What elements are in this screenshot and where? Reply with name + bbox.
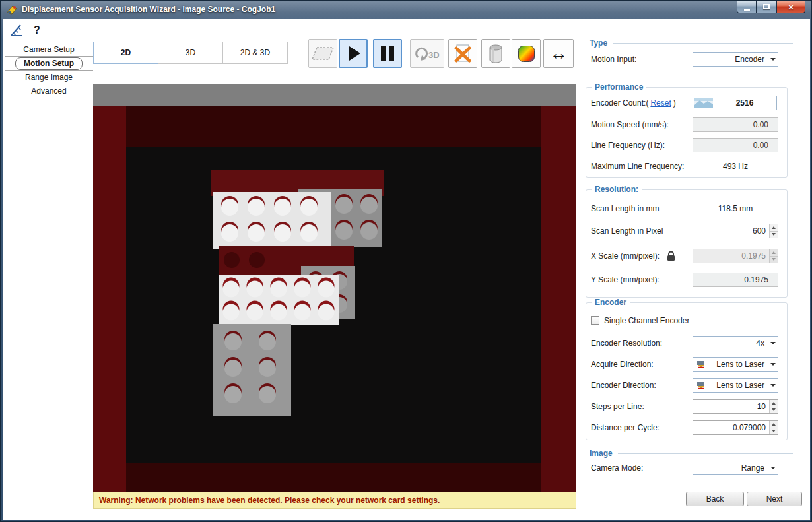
sidebar-item-motion-setup[interactable]: Motion Setup	[5, 57, 93, 71]
scan-length-mm-row: Scan Length in mm 118.5 mm	[576, 201, 810, 216]
encoder-resolution-label: Encoder Resolution:	[591, 336, 662, 350]
cylinder-icon	[487, 44, 505, 64]
header-rule	[613, 43, 793, 44]
fit-width-button[interactable]: ↔	[543, 39, 574, 68]
stepper-buttons[interactable]	[769, 421, 778, 434]
scan-length-pixel-stepper[interactable]: 600	[693, 224, 778, 238]
x-scale-stepper[interactable]: 0.1975	[693, 249, 778, 263]
surface-view-button[interactable]	[481, 39, 510, 68]
sidebar-item-advanced[interactable]: Advanced	[5, 84, 93, 98]
tab-label: 2D	[121, 48, 131, 57]
encoder-direction-label: Encoder Direction:	[591, 378, 656, 393]
warning-text: Warning: Network problems have been dete…	[99, 496, 440, 505]
steps-per-line-stepper[interactable]: 10	[693, 399, 778, 414]
single-channel-label: Single Channel Encoder	[604, 313, 689, 328]
steps-per-line-label: Steps per Line:	[591, 399, 644, 414]
tab-3d[interactable]: 3D	[158, 42, 223, 64]
back-button-label: Back	[706, 494, 724, 504]
back-button[interactable]: Back	[686, 492, 744, 506]
performance-header-label: Performance	[592, 82, 646, 92]
tab-2d[interactable]: 2D	[93, 42, 158, 64]
line-frequency-row: Line Frequency (Hz): 0.00	[576, 138, 810, 152]
distance-per-cycle-label: Distance per Cycle:	[591, 420, 660, 435]
image-viewport	[93, 84, 576, 492]
lock-icon[interactable]	[666, 250, 676, 264]
play-button[interactable]	[339, 39, 368, 68]
range-image-display	[93, 106, 576, 492]
line-frequency-value: 0.00	[693, 139, 778, 152]
minimize-button[interactable]	[737, 1, 757, 13]
encoder-count-label: Encoder Count:(Reset)	[591, 96, 676, 110]
maximize-icon	[763, 4, 770, 9]
wizard-window: Displacement Sensor Acquisition Wizard -…	[0, 0, 812, 522]
motion-input-value: Encoder	[693, 55, 768, 64]
sidebar-item-label: Range Image	[25, 73, 73, 82]
encoder-direction-value: Lens to Laser	[706, 381, 768, 390]
refresh-3d-button[interactable]: 3D	[410, 39, 444, 68]
lens-to-laser-icon	[696, 381, 706, 389]
stepper-buttons[interactable]	[769, 400, 778, 413]
sidebar-item-label: Advanced	[31, 86, 66, 96]
single-channel-row: Single Channel Encoder	[576, 313, 810, 328]
encoder-count-row: Encoder Count:(Reset) 2516	[576, 96, 810, 110]
help-icon[interactable]: ?	[29, 22, 45, 38]
window-controls: ×	[737, 1, 805, 13]
encoder-resolution-dropdown[interactable]: 4x	[693, 336, 778, 350]
acquire-direction-dropdown[interactable]: Lens to Laser	[693, 357, 778, 372]
motion-speed-value: 0.00	[693, 118, 778, 131]
wizard-step-list: Camera Setup Motion Setup Range Image Ad…	[5, 43, 93, 98]
line-frequency-label: Line Frequency (Hz):	[591, 138, 665, 152]
colormap-icon	[518, 45, 535, 63]
line-frequency-field: 0.00	[693, 138, 778, 152]
distance-per-cycle-row: Distance per Cycle: 0.079000	[576, 420, 810, 435]
type-section-header: Type	[586, 38, 793, 48]
single-channel-checkbox[interactable]	[591, 316, 599, 325]
camera-mode-row: Camera Mode: Range	[576, 461, 810, 475]
double-arrow-icon: ↔	[550, 45, 568, 63]
next-button[interactable]: Next	[747, 492, 802, 506]
encoder-header-label: Encoder	[592, 298, 630, 307]
close-button[interactable]: ×	[776, 1, 805, 13]
title-bar[interactable]: Displacement Sensor Acquisition Wizard -…	[1, 1, 811, 19]
distance-per-cycle-stepper[interactable]: 0.079000	[693, 420, 778, 435]
window-title: Displacement Sensor Acquisition Wizard -…	[22, 1, 275, 18]
stepper-buttons[interactable]	[769, 224, 778, 238]
distance-per-cycle-value: 0.079000	[693, 421, 769, 434]
image-section-header: Image	[586, 448, 793, 459]
motion-input-row: Motion Input: Encoder	[576, 52, 810, 67]
encoder-count-value: 2516	[713, 98, 776, 108]
sidebar-item-label: Camera Setup	[23, 45, 74, 54]
x-scale-row: X Scale (mm/pixel): 0.1975	[576, 249, 810, 263]
reset-link[interactable]: Reset	[650, 98, 671, 108]
y-scale-field: 0.1975	[693, 273, 778, 287]
height-colormap-button[interactable]	[512, 39, 541, 68]
trapezoid-region-icon	[311, 46, 335, 61]
wizard-body: ? Camera Setup Motion Setup Range Image …	[3, 19, 810, 520]
encoder-count-prefix: Encoder Count:(	[591, 98, 648, 108]
chevron-down-icon	[768, 384, 778, 387]
encoder-direction-dropdown[interactable]: Lens to Laser	[693, 378, 778, 393]
pause-button[interactable]	[373, 39, 402, 68]
sidebar-item-camera-setup[interactable]: Camera Setup	[5, 43, 93, 57]
maximize-button[interactable]	[757, 1, 776, 13]
encoder-count-field: 2516	[693, 96, 777, 110]
steps-per-line-row: Steps per Line: 10	[576, 399, 810, 414]
close-icon: ×	[788, 2, 794, 12]
measure-tool-icon[interactable]	[9, 22, 24, 38]
sidebar-item-range-image[interactable]: Range Image	[5, 71, 93, 84]
acquire-direction-value: Lens to Laser	[706, 360, 768, 369]
max-line-frequency-label: Maximum Line Frequency:	[591, 159, 684, 174]
motion-input-dropdown[interactable]: Encoder	[693, 52, 778, 67]
discard-image-button[interactable]	[448, 39, 477, 68]
camera-mode-dropdown[interactable]: Range	[693, 461, 778, 475]
tab-2d-and-3d[interactable]: 2D & 3D	[222, 42, 288, 64]
stepper-buttons[interactable]	[769, 249, 778, 263]
display-mode-tabs: 2D 3D 2D & 3D	[93, 42, 288, 64]
app-icon	[7, 5, 17, 15]
acquire-direction-row: Acquire Direction: Lens to Laser	[576, 357, 810, 372]
encoder-count-suffix: )	[673, 98, 676, 108]
steps-per-line-value: 10	[693, 400, 769, 413]
region-of-interest-button[interactable]	[308, 39, 337, 68]
type-header-label: Type	[590, 38, 607, 48]
x-scale-label: X Scale (mm/pixel):	[591, 249, 660, 263]
